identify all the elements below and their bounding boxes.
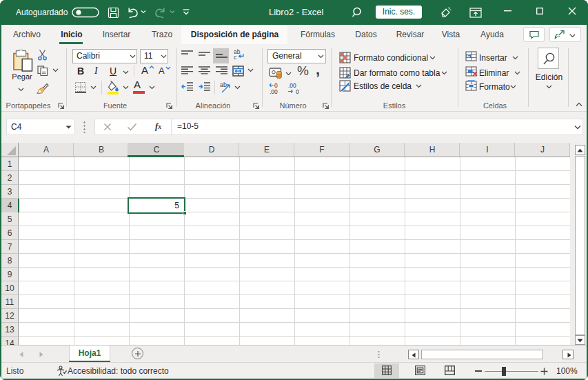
svg-text:ab: ab bbox=[220, 81, 227, 88]
svg-text:.00: .00 bbox=[270, 88, 278, 94]
svg-text:0: 0 bbox=[296, 88, 299, 94]
